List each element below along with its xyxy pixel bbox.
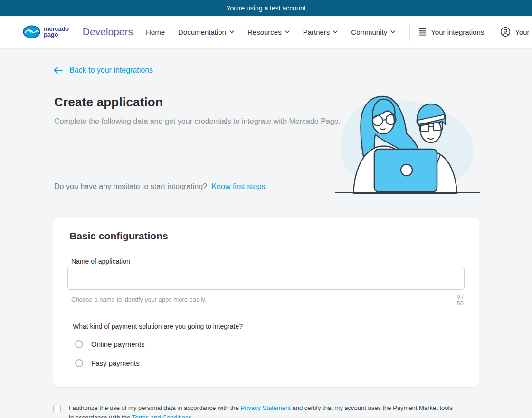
nav-resources[interactable]: Resources bbox=[247, 28, 290, 36]
chevron-down-icon bbox=[229, 30, 234, 33]
test-account-banner: You're using a test account bbox=[0, 0, 532, 16]
test-account-banner-text: You're using a test account bbox=[226, 4, 305, 12]
consent-text: I authorize the use of my personal data … bbox=[69, 403, 455, 418]
developers-label: Developers bbox=[83, 26, 133, 38]
hint-row: Do you have any hesitate to start integr… bbox=[54, 182, 265, 191]
header: mercado pago Developers Home Documentati… bbox=[0, 16, 532, 48]
terms-and-conditions-link[interactable]: Terms and Conditions bbox=[132, 414, 192, 418]
chevron-down-icon bbox=[333, 30, 338, 33]
nav-community[interactable]: Community bbox=[351, 28, 395, 36]
nav-documentation[interactable]: Documentation bbox=[178, 28, 234, 36]
mercado-pago-wordmark: mercado pago bbox=[44, 26, 69, 38]
header-actions: Your integrations Your account bbox=[395, 23, 532, 41]
your-integrations-button[interactable]: Your integrations bbox=[418, 28, 484, 36]
mercado-pago-logo[interactable]: mercado pago Developers bbox=[23, 24, 133, 40]
chevron-down-icon bbox=[285, 30, 290, 33]
chevron-down-icon bbox=[390, 30, 395, 33]
main-nav: Home Documentation Resources Partners Co… bbox=[146, 28, 395, 36]
page-subtitle: Complete the following data and get your… bbox=[54, 117, 349, 126]
page-title: Create application bbox=[54, 95, 163, 110]
application-name-input[interactable] bbox=[67, 267, 465, 290]
privacy-statement-link[interactable]: Privacy Statement bbox=[240, 404, 291, 411]
radio-fasy-payments[interactable]: Fasy payments bbox=[75, 359, 140, 367]
nav-home[interactable]: Home bbox=[146, 28, 165, 36]
consent-checkbox[interactable] bbox=[53, 405, 61, 412]
header-divider bbox=[409, 23, 410, 41]
know-first-steps-link[interactable]: Know first steps bbox=[211, 182, 265, 190]
basic-configurations-card: Basic configurations Name of application… bbox=[53, 218, 479, 387]
radio-circle-icon bbox=[75, 359, 83, 367]
nav-partners[interactable]: Partners bbox=[303, 28, 338, 36]
mercado-pago-handshake-icon bbox=[23, 25, 40, 38]
radio-circle-icon bbox=[75, 340, 83, 348]
payment-solution-question: What kind of payment solution are you go… bbox=[73, 323, 243, 330]
name-helper-text: Choose a name to identify your apps more… bbox=[71, 296, 206, 303]
radio-online-payments[interactable]: Online payments bbox=[75, 340, 145, 348]
user-account-icon bbox=[500, 27, 511, 37]
consent-row: I authorize the use of my personal data … bbox=[53, 403, 455, 418]
back-to-integrations-link[interactable]: Back to your integrations bbox=[53, 66, 153, 75]
character-counter: 0 / 50 bbox=[447, 294, 464, 307]
brand-divider bbox=[76, 24, 76, 40]
developers-illustration bbox=[335, 93, 480, 194]
hint-question: Do you have any hesitate to start integr… bbox=[54, 182, 207, 190]
name-of-application-label: Name of application bbox=[71, 257, 130, 265]
arrow-left-icon bbox=[53, 66, 63, 75]
integrations-list-icon bbox=[418, 28, 427, 36]
card-title: Basic configurations bbox=[69, 230, 168, 242]
your-account-button[interactable]: Your account bbox=[500, 27, 532, 37]
